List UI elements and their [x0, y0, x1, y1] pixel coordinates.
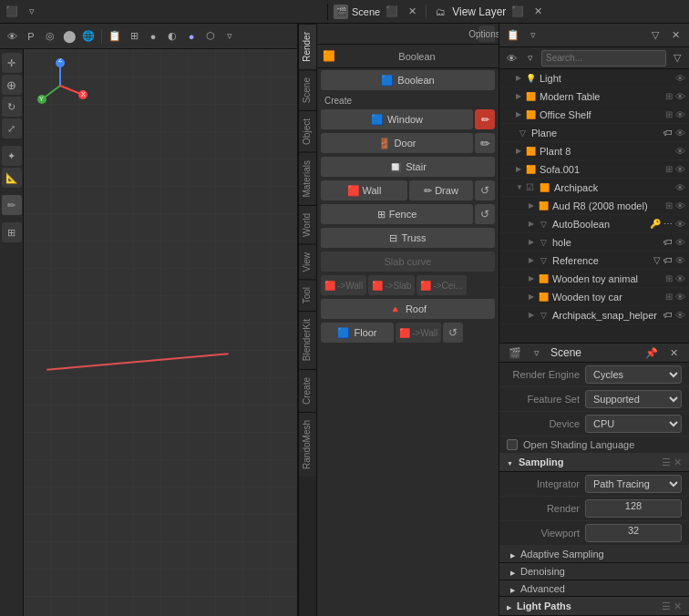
wall-btn[interactable]: 🟥 Wall — [321, 180, 407, 200]
shading-btn4[interactable]: ⬡ — [202, 28, 219, 45]
outliner-item-autoboolean[interactable]: ▶ ▽ AutoBoolean 🔑 ⋯ 👁 — [499, 215, 689, 233]
light-paths-options-icon[interactable]: ☰ ✕ — [662, 601, 682, 612]
slab-curve-btn[interactable]: Slab curve — [321, 252, 495, 272]
shading-lang-checkbox[interactable] — [507, 439, 518, 450]
outliner-search[interactable] — [541, 50, 666, 67]
truss-btn[interactable]: ⊟ Truss — [321, 228, 495, 248]
reference-visibility[interactable]: 👁 — [675, 255, 685, 266]
view-layer-expand[interactable]: ⬛ — [509, 4, 526, 20]
tab-object[interactable]: Object — [299, 110, 316, 152]
floor-undo-btn[interactable]: ↺ — [443, 323, 463, 343]
roof-btn[interactable]: 🔺 Roof — [321, 299, 495, 319]
viewport-shading[interactable]: ⬤ — [61, 28, 77, 45]
outliner-menu[interactable]: ▿ — [525, 27, 541, 44]
tab-blenderkit[interactable]: BlenderKit — [299, 311, 316, 368]
viewport-snap[interactable]: 📋 — [107, 28, 123, 45]
panel-icon1[interactable]: 🟧 — [321, 48, 337, 65]
device-select[interactable]: CPU — [585, 415, 682, 433]
boolean-button[interactable]: Boolean — [339, 48, 495, 65]
stair-btn[interactable]: 🔲 Stair — [321, 157, 495, 177]
tab-view[interactable]: View — [299, 244, 316, 280]
move-tool[interactable]: ⊕ — [2, 75, 22, 95]
shading-btn1[interactable]: ● — [145, 28, 161, 45]
outliner-icon[interactable]: 📋 — [505, 27, 521, 44]
shading-icon[interactable]: ◎ — [42, 28, 58, 45]
annotate-tool[interactable]: ✏ — [2, 195, 22, 215]
more-options[interactable]: ▿ — [221, 28, 238, 45]
toy-car-visibility[interactable]: 👁 — [675, 292, 685, 303]
outliner-item-hole[interactable]: ▶ ▽ hole 🏷 👁 — [499, 233, 689, 252]
window-btn[interactable]: 🟦 Window — [321, 109, 473, 129]
tab-tool[interactable]: Tool — [299, 279, 316, 311]
scale-tool[interactable]: ⤢ — [2, 118, 22, 139]
viewport-icon[interactable]: ⬛ — [4, 4, 20, 20]
denoising-header[interactable]: Denoising — [499, 563, 689, 580]
arrow-wall-btn[interactable]: 🟥 ->Wall — [321, 275, 366, 295]
boolean-btn[interactable]: 🟦 Boolean — [321, 70, 495, 90]
fence-btn[interactable]: ⊞ Fence — [321, 204, 473, 224]
plane-visibility[interactable]: 👁 — [675, 128, 685, 139]
filter-options[interactable]: ▽ — [669, 50, 685, 67]
arrow-ceil-btn[interactable]: 🟥 ->Cei... — [416, 275, 467, 295]
outliner-item-archipack[interactable]: ▼ ☑ 🟧 Archipack 👁 — [499, 179, 689, 197]
tab-randomesh[interactable]: RandoMesh — [299, 412, 316, 477]
cursor-tool[interactable]: ✛ — [2, 53, 22, 73]
outliner-item-plane[interactable]: ▽ Plane 🏷 👁 — [499, 124, 689, 142]
view-layer-close[interactable]: ✕ — [530, 4, 546, 20]
measure-tool[interactable]: 📐 — [2, 168, 22, 188]
filter-icon[interactable]: ▽ — [647, 27, 663, 44]
outliner-item-table[interactable]: ▶ 🟧 Modern Table ⊞ 👁 — [499, 87, 689, 106]
outliner-item-reference[interactable]: ▶ ▽ Reference ▽ 🏷 👁 — [499, 252, 689, 270]
add-tool[interactable]: ⊞ — [2, 222, 22, 242]
fence-undo-btn[interactable]: ↺ — [475, 204, 495, 224]
tab-scene[interactable]: Scene — [299, 69, 316, 110]
feature-set-select[interactable]: Supported — [585, 390, 682, 408]
arrow-wall2-btn[interactable]: 🟥 ->Wall — [396, 323, 441, 343]
light-visibility[interactable]: 👁 — [675, 73, 685, 84]
outliner-item-plant[interactable]: ▶ 🟧 Plant 8 👁 — [499, 142, 689, 160]
snap-helper-visibility[interactable]: 👁 — [675, 310, 685, 321]
render-samples-field[interactable]: 128 — [585, 499, 682, 518]
shading-btn3[interactable]: ● — [183, 28, 200, 45]
sofa-visibility[interactable]: 👁 — [675, 164, 685, 175]
adaptive-sampling-header[interactable]: Adaptive Sampling — [499, 546, 689, 563]
door-edit-btn[interactable]: ✏ — [475, 133, 495, 153]
outliner-item-shelf[interactable]: ▶ 🟧 Office Shelf ⊞ 👁 — [499, 106, 689, 124]
tab-create[interactable]: Create — [299, 369, 316, 412]
gizmo[interactable]: Z X Y — [33, 58, 87, 113]
archipack-visibility[interactable]: 👁 — [675, 182, 685, 193]
table-visibility[interactable]: 👁 — [675, 91, 685, 102]
arrow-slab-btn[interactable]: 🟥 ->Slab — [368, 275, 415, 295]
display-mode-icon[interactable]: 👁 — [503, 50, 519, 67]
display-mode-menu[interactable]: ▿ — [522, 50, 539, 67]
outliner-item-sofa[interactable]: ▶ 🟧 Sofa.001 ⊞ 👁 — [499, 160, 689, 179]
shelf-visibility[interactable]: 👁 — [675, 109, 685, 120]
advanced-header[interactable]: Advanced — [499, 580, 689, 598]
render-engine-select[interactable]: Cycles — [585, 365, 682, 384]
floor-btn[interactable]: 🟦 Floor — [321, 323, 394, 343]
draw-btn[interactable]: ✏ Draw — [409, 180, 473, 200]
view-icon[interactable]: 👁 — [4, 28, 20, 45]
scene-options[interactable]: ✕ — [404, 4, 420, 20]
props-menu[interactable]: ▿ — [529, 344, 545, 361]
tab-render[interactable]: Render — [299, 24, 316, 69]
hole-visibility[interactable]: 👁 — [675, 237, 685, 248]
outliner-item-audi[interactable]: ▶ 🟧 Aud R8 (2008 model) ⊞ 👁 — [499, 197, 689, 215]
persp-icon[interactable]: P — [23, 28, 39, 45]
props-pin[interactable]: 📌 — [643, 344, 660, 361]
light-paths-header[interactable]: Light Paths ☰ ✕ — [499, 597, 689, 616]
viewport-samples-field[interactable]: 32 — [585, 524, 682, 542]
viewport-menu[interactable]: ▿ — [24, 4, 40, 20]
window-edit-btn[interactable]: ✏ — [475, 109, 495, 129]
door-btn[interactable]: 🚪 Door — [321, 133, 473, 153]
outliner-item-toy-car[interactable]: ▶ 🟧 Wooden toy car ⊞ 👁 — [499, 288, 689, 306]
autoboolean-visibility[interactable]: 👁 — [675, 219, 685, 230]
outliner-item-light[interactable]: ▶ 💡 Light 👁 — [499, 69, 689, 87]
outliner-item-toy-animal[interactable]: ▶ 🟧 Wooden toy animal ⊞ 👁 — [499, 270, 689, 288]
overlay-icon[interactable]: ⊞ — [126, 28, 142, 45]
props-close[interactable]: ✕ — [665, 344, 682, 361]
plant-visibility[interactable]: 👁 — [675, 146, 685, 157]
scene-expand[interactable]: ⬛ — [384, 4, 400, 20]
props-icon[interactable]: 🎬 — [507, 344, 523, 361]
sampling-options-icon[interactable]: ☰ ✕ — [662, 457, 682, 468]
